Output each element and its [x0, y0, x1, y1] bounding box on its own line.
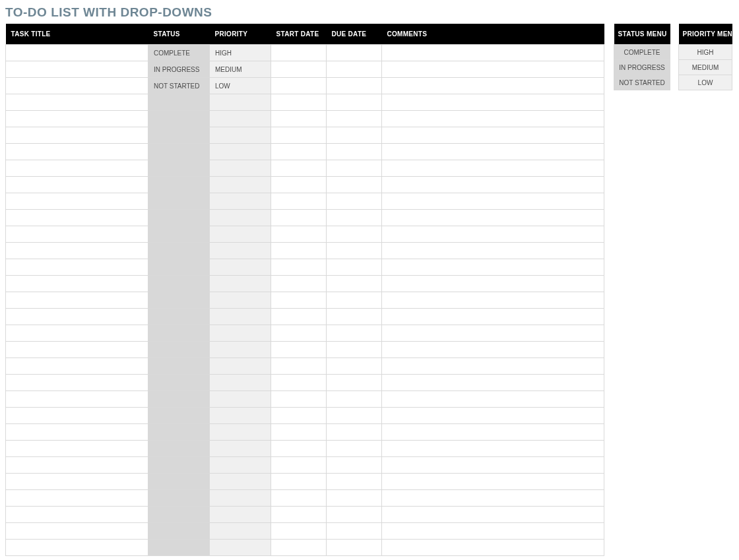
- start-date-cell[interactable]: [271, 193, 327, 210]
- task-title-cell[interactable]: [6, 259, 148, 276]
- due-date-cell[interactable]: [327, 391, 382, 408]
- due-date-cell[interactable]: [327, 45, 382, 61]
- due-date-cell[interactable]: [327, 292, 382, 309]
- comments-cell[interactable]: [382, 111, 604, 127]
- status-cell[interactable]: [148, 276, 210, 292]
- start-date-cell[interactable]: [271, 441, 327, 457]
- start-date-cell[interactable]: [271, 111, 327, 127]
- start-date-cell[interactable]: [271, 424, 327, 441]
- priority-cell[interactable]: [210, 441, 271, 457]
- priority-cell[interactable]: [210, 358, 271, 375]
- start-date-cell[interactable]: [271, 309, 327, 325]
- priority-cell[interactable]: [210, 375, 271, 391]
- task-title-cell[interactable]: [6, 342, 148, 358]
- status-cell[interactable]: [148, 177, 210, 193]
- start-date-cell[interactable]: [271, 325, 327, 342]
- comments-cell[interactable]: [382, 226, 604, 243]
- comments-cell[interactable]: [382, 259, 604, 276]
- priority-cell[interactable]: [210, 111, 271, 127]
- due-date-cell[interactable]: [327, 358, 382, 375]
- start-date-cell[interactable]: [271, 177, 327, 193]
- status-cell[interactable]: [148, 259, 210, 276]
- comments-cell[interactable]: [382, 127, 604, 144]
- task-title-cell[interactable]: [6, 111, 148, 127]
- comments-cell[interactable]: [382, 424, 604, 441]
- start-date-cell[interactable]: [271, 78, 327, 94]
- comments-cell[interactable]: [382, 325, 604, 342]
- due-date-cell[interactable]: [327, 540, 382, 556]
- status-cell[interactable]: [148, 375, 210, 391]
- priority-cell[interactable]: [210, 94, 271, 111]
- priority-cell[interactable]: LOW: [210, 78, 271, 94]
- status-cell[interactable]: [148, 193, 210, 210]
- status-cell[interactable]: [148, 243, 210, 259]
- priority-cell[interactable]: [210, 210, 271, 226]
- comments-cell[interactable]: [382, 61, 604, 78]
- task-title-cell[interactable]: [6, 78, 148, 94]
- status-cell[interactable]: [148, 391, 210, 408]
- status-cell[interactable]: [148, 523, 210, 540]
- start-date-cell[interactable]: [271, 226, 327, 243]
- start-date-cell[interactable]: [271, 474, 327, 490]
- due-date-cell[interactable]: [327, 127, 382, 144]
- status-cell[interactable]: [148, 94, 210, 111]
- priority-cell[interactable]: [210, 342, 271, 358]
- comments-cell[interactable]: [382, 193, 604, 210]
- priority-cell[interactable]: [210, 226, 271, 243]
- priority-cell[interactable]: [210, 457, 271, 474]
- start-date-cell[interactable]: [271, 144, 327, 160]
- due-date-cell[interactable]: [327, 259, 382, 276]
- priority-cell[interactable]: [210, 474, 271, 490]
- status-cell[interactable]: [148, 292, 210, 309]
- start-date-cell[interactable]: [271, 523, 327, 540]
- priority-cell[interactable]: [210, 259, 271, 276]
- status-cell[interactable]: [148, 474, 210, 490]
- due-date-cell[interactable]: [327, 210, 382, 226]
- status-cell[interactable]: [148, 160, 210, 177]
- priority-cell[interactable]: [210, 523, 271, 540]
- comments-cell[interactable]: [382, 490, 604, 507]
- task-title-cell[interactable]: [6, 193, 148, 210]
- due-date-cell[interactable]: [327, 342, 382, 358]
- comments-cell[interactable]: [382, 540, 604, 556]
- status-cell[interactable]: [148, 424, 210, 441]
- priority-cell[interactable]: [210, 490, 271, 507]
- due-date-cell[interactable]: [327, 276, 382, 292]
- due-date-cell[interactable]: [327, 226, 382, 243]
- task-title-cell[interactable]: [6, 127, 148, 144]
- task-title-cell[interactable]: [6, 523, 148, 540]
- priority-cell[interactable]: [210, 292, 271, 309]
- status-cell[interactable]: [148, 342, 210, 358]
- start-date-cell[interactable]: [271, 292, 327, 309]
- comments-cell[interactable]: [382, 391, 604, 408]
- due-date-cell[interactable]: [327, 457, 382, 474]
- start-date-cell[interactable]: [271, 243, 327, 259]
- status-cell[interactable]: [148, 210, 210, 226]
- start-date-cell[interactable]: [271, 259, 327, 276]
- start-date-cell[interactable]: [271, 408, 327, 424]
- due-date-cell[interactable]: [327, 408, 382, 424]
- comments-cell[interactable]: [382, 177, 604, 193]
- task-title-cell[interactable]: [6, 226, 148, 243]
- priority-cell[interactable]: [210, 144, 271, 160]
- start-date-cell[interactable]: [271, 210, 327, 226]
- task-title-cell[interactable]: [6, 457, 148, 474]
- comments-cell[interactable]: [382, 94, 604, 111]
- task-title-cell[interactable]: [6, 276, 148, 292]
- status-cell[interactable]: COMPLETE: [148, 45, 210, 61]
- due-date-cell[interactable]: [327, 193, 382, 210]
- due-date-cell[interactable]: [327, 325, 382, 342]
- comments-cell[interactable]: [382, 474, 604, 490]
- comments-cell[interactable]: [382, 358, 604, 375]
- status-cell[interactable]: [148, 441, 210, 457]
- due-date-cell[interactable]: [327, 474, 382, 490]
- priority-cell[interactable]: [210, 177, 271, 193]
- comments-cell[interactable]: [382, 441, 604, 457]
- task-title-cell[interactable]: [6, 391, 148, 408]
- comments-cell[interactable]: [382, 292, 604, 309]
- due-date-cell[interactable]: [327, 160, 382, 177]
- status-cell[interactable]: [148, 226, 210, 243]
- comments-cell[interactable]: [382, 408, 604, 424]
- priority-cell[interactable]: MEDIUM: [210, 61, 271, 78]
- comments-cell[interactable]: [382, 160, 604, 177]
